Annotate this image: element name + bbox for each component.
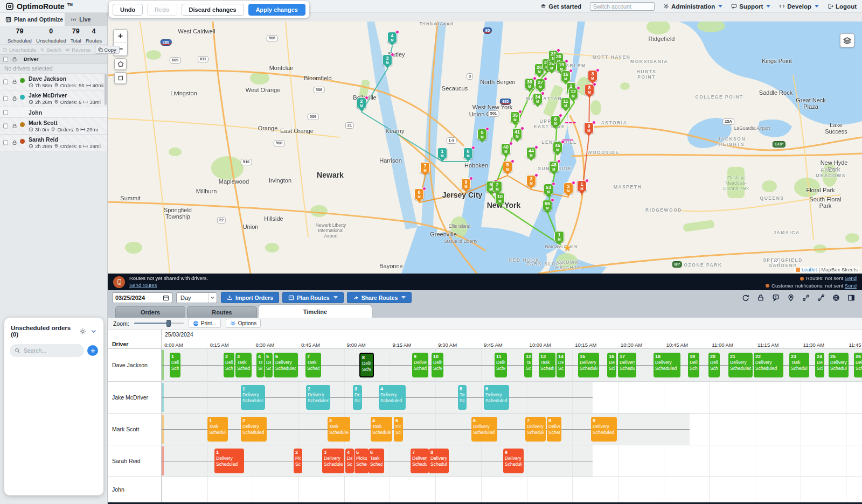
switch-account-input[interactable]: [590, 2, 655, 11]
options-button[interactable]: Options: [226, 319, 261, 328]
order-block-mark-scott-5[interactable]: 5PickupScheduled: [394, 417, 403, 442]
menu-logout[interactable]: Logout: [828, 3, 857, 10]
zoom-in-button[interactable]: +: [113, 30, 128, 43]
gear-icon[interactable]: [79, 328, 86, 335]
map-pin-41[interactable]: 41M: [512, 128, 522, 139]
order-block-jake-mcdriver-1[interactable]: 1DeliveryScheduled: [241, 385, 265, 410]
lock-icon[interactable]: [12, 96, 17, 101]
sidebar-tab-live[interactable]: Live: [65, 13, 107, 26]
order-block-sarah-reid-4[interactable]: 4DeliveryScheduled: [345, 449, 354, 473]
order-block-mark-scott-3[interactable]: 3TaskScheduled: [328, 417, 350, 442]
order-block-dave-jackson-25[interactable]: 25DeliveryScheduled: [829, 353, 849, 377]
map-pin-2[interactable]: 2M: [564, 183, 573, 194]
search-box[interactable]: [10, 344, 84, 357]
map-pin-6[interactable]: 6M: [463, 148, 473, 159]
order-block-dave-jackson-21[interactable]: 21DeliveryScheduled: [728, 353, 753, 377]
order-block-dave-jackson-7[interactable]: 7TaskScheduled: [305, 353, 321, 377]
map-pin-55[interactable]: 55M: [543, 200, 552, 211]
menu-administration[interactable]: Administration: [663, 3, 722, 10]
discard-changes-button[interactable]: Discard changes: [182, 4, 244, 16]
map-pin-4[interactable]: 4M: [387, 32, 397, 43]
map-pin-7[interactable]: 7M: [420, 162, 430, 173]
map-pin-53[interactable]: 53M: [544, 184, 553, 195]
map-pin-9[interactable]: 9M: [584, 122, 594, 134]
map-pin-8[interactable]: 8M: [551, 115, 560, 127]
plan-routes-button[interactable]: Plan Routes: [282, 292, 344, 303]
map-pin-27[interactable]: 27M: [536, 79, 545, 90]
sidebar-tab-plan-and-optimize[interactable]: Plan and Optimize: [0, 13, 65, 26]
redo-button[interactable]: Redo: [147, 4, 177, 16]
order-block-dave-jackson-20[interactable]: 20DeliveryScheduled: [708, 353, 720, 377]
driver-checkbox[interactable]: [3, 80, 8, 85]
order-block-dave-jackson-18[interactable]: 18DeliveryScheduled: [654, 353, 680, 377]
map-pin-9[interactable]: 9M: [461, 178, 471, 190]
refresh-button[interactable]: [739, 292, 752, 304]
switch-button[interactable]: Switch: [40, 47, 61, 53]
draw-polygon-button[interactable]: [114, 58, 127, 70]
order-block-sarah-reid-6[interactable]: 6TaskScheduled: [369, 449, 384, 473]
map-pin-2[interactable]: 2M: [492, 181, 502, 192]
order-block-sarah-reid-3[interactable]: 3DeliveryScheduled: [322, 449, 344, 473]
order-block-dave-jackson-6[interactable]: 6DeliveryScheduled: [274, 353, 298, 377]
copy-button[interactable]: Copy: [95, 46, 120, 54]
tab-timeline[interactable]: Timeline: [259, 305, 372, 318]
map-pin-3[interactable]: 3M: [383, 54, 392, 66]
leaflet-link[interactable]: Leaflet: [802, 267, 817, 272]
lock-icon[interactable]: [12, 123, 17, 129]
draw-rectangle-button[interactable]: [114, 72, 127, 84]
period-select[interactable]: Day: [176, 292, 217, 303]
map-pin-1[interactable]: 1M: [437, 148, 447, 159]
driver-checkbox[interactable]: [3, 124, 8, 129]
order-block-mark-scott-8[interactable]: 8DeliveryScheduled: [547, 417, 561, 442]
send-link[interactable]: Send: [845, 275, 857, 281]
map-pin-5[interactable]: 5M: [503, 161, 512, 172]
map-flag-button[interactable]: [769, 292, 782, 304]
menu-get-started[interactable]: Get started: [540, 3, 581, 10]
map-pin-1[interactable]: 1M: [554, 231, 564, 242]
map-pin-40[interactable]: 40M: [501, 143, 511, 155]
driver-checkbox[interactable]: [3, 96, 8, 101]
lock-icon[interactable]: [12, 140, 17, 145]
map-pin-3[interactable]: 3M: [526, 175, 536, 186]
map-pin-8[interactable]: 8M: [585, 84, 594, 95]
order-block-mark-scott-7[interactable]: 7DeliveryScheduled: [525, 417, 546, 442]
order-block-dave-jackson-5[interactable]: 5DeliveryScheduled: [265, 353, 273, 377]
order-block-jake-mcdriver-6[interactable]: 6DeliveryScheduled: [484, 385, 509, 410]
order-block-dave-jackson-24[interactable]: 24DeliveryScheduled: [815, 353, 824, 377]
driver-row-sarah-reid[interactable]: Sarah Reid2h 28mOrders: 929mi: [0, 135, 107, 151]
order-block-sarah-reid-5[interactable]: 5PickupScheduled: [354, 449, 369, 473]
unschedule-button[interactable]: Unschedule: [3, 47, 36, 53]
send-routes-link[interactable]: Send routes: [129, 282, 157, 288]
order-block-dave-jackson-3[interactable]: 3TaskScheduled: [235, 353, 252, 377]
date-picker[interactable]: 03/25/2024: [112, 292, 172, 303]
order-block-mark-scott-2[interactable]: 2DeliveryScheduled: [241, 417, 267, 442]
map-pin-45[interactable]: 45M: [553, 142, 562, 153]
globe-button[interactable]: [829, 292, 843, 304]
zoom-slider-handle[interactable]: [166, 320, 171, 327]
order-block-sarah-reid-2[interactable]: 2PickupScheduled: [294, 449, 302, 473]
driver-row-jake-mcdriver[interactable]: Jake McDriver2h 26mOrders: 638mi: [0, 90, 107, 107]
apply-changes-button[interactable]: Apply changes: [248, 4, 305, 16]
order-block-dave-jackson-2[interactable]: 2DeliveryScheduled: [224, 353, 234, 377]
order-block-dave-jackson-26[interactable]: 26DeliveryScheduled: [854, 353, 862, 377]
add-order-button[interactable]: [87, 345, 98, 356]
driver-row-john[interactable]: John: [0, 107, 107, 118]
map-pin-12[interactable]: 12M: [568, 88, 578, 99]
order-block-dave-jackson-12[interactable]: 12TaskScheduled: [524, 353, 532, 377]
search-input[interactable]: [24, 347, 72, 354]
map-pin-34[interactable]: 34M: [533, 93, 543, 104]
map-pin-30[interactable]: 30M: [525, 78, 534, 89]
chevron-down-icon[interactable]: [91, 328, 97, 334]
order-block-dave-jackson-17[interactable]: 17DeliveryScheduled: [618, 353, 636, 377]
map-pin-button[interactable]: [784, 292, 797, 304]
map-pin-44[interactable]: 44M: [526, 147, 536, 158]
order-block-sarah-reid-9[interactable]: 9DeliveryScheduled: [503, 449, 524, 473]
order-block-jake-mcdriver-3[interactable]: 3DeliveryScheduled: [353, 385, 362, 410]
order-block-dave-jackson-14[interactable]: 14DeliveryScheduled: [557, 353, 565, 377]
order-block-mark-scott-6[interactable]: 6DeliveryScheduled: [471, 417, 497, 442]
order-block-dave-jackson-23[interactable]: 23TaskScheduled: [789, 353, 809, 377]
order-block-dave-jackson-4[interactable]: 4TaskScheduled: [256, 353, 264, 377]
zoom-slider[interactable]: [134, 323, 184, 324]
order-block-dave-jackson-11[interactable]: 11DeliveryScheduled: [495, 353, 507, 377]
driver-row-mark-scott[interactable]: Mark Scott3h 0mOrders: 929mi: [0, 118, 107, 135]
